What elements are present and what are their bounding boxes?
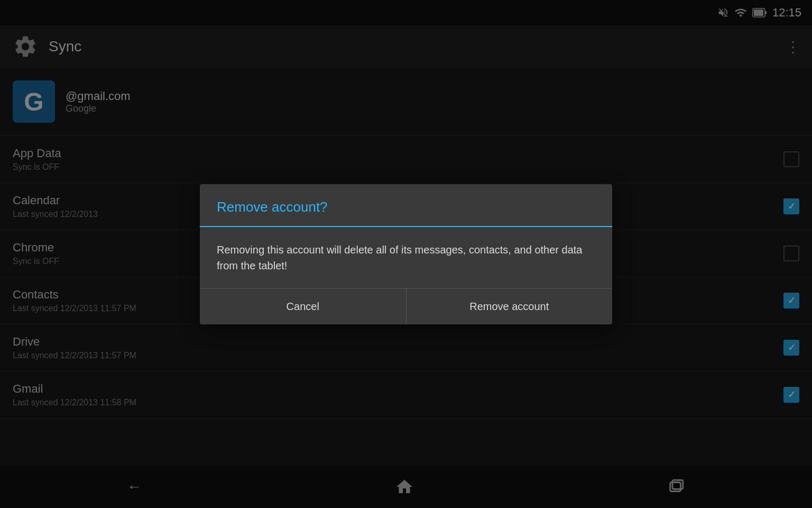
dialog-overlay: Remove account? Removing this account wi… <box>0 0 812 508</box>
dialog-actions: Cancel Remove account <box>200 288 612 324</box>
dialog-body: Removing this account will delete all of… <box>200 227 612 288</box>
cancel-button[interactable]: Cancel <box>200 289 406 324</box>
remove-account-dialog: Remove account? Removing this account wi… <box>200 184 612 324</box>
remove-account-button[interactable]: Remove account <box>406 289 613 324</box>
dialog-message: Removing this account will delete all of… <box>217 242 595 274</box>
dialog-header: Remove account? <box>200 184 612 227</box>
dialog-title: Remove account? <box>217 199 328 215</box>
